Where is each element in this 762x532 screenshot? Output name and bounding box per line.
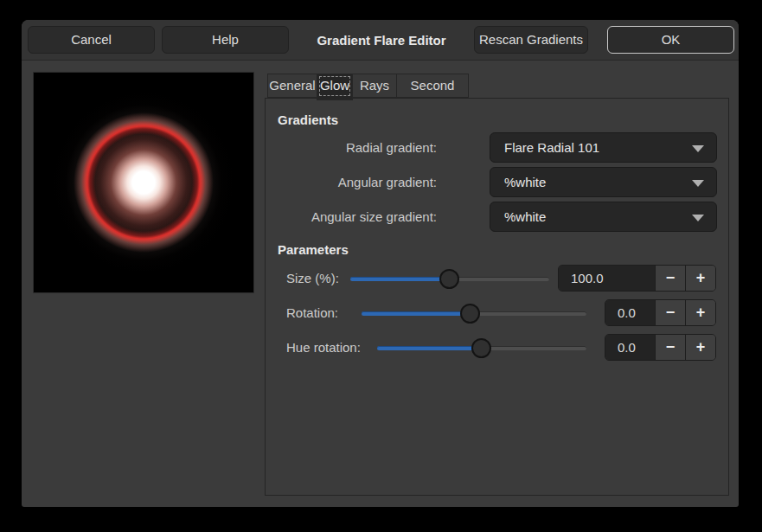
tab-general[interactable]: General: [267, 74, 317, 98]
ok-button[interactable]: OK: [607, 26, 734, 54]
size-spinbox: 100.0 − +: [558, 265, 716, 292]
dropdown-arrow-icon: [692, 215, 704, 221]
angular-size-gradient-label: Angular size gradient:: [278, 208, 437, 226]
rotation-spinbox: 0.0 − +: [605, 299, 716, 326]
cancel-button[interactable]: Cancel: [28, 26, 155, 54]
rotation-slider-thumb[interactable]: [460, 304, 480, 324]
radial-gradient-label: Radial gradient:: [278, 139, 437, 157]
parameters-section-title: Parameters: [278, 241, 349, 259]
hue-rotation-label: Hue rotation:: [286, 339, 361, 356]
angular-gradient-value: %white: [504, 175, 546, 189]
dialog-header-bar: Cancel Help Gradient Flare Editor Rescan…: [22, 20, 739, 61]
angular-gradient-label: Angular gradient:: [278, 174, 437, 191]
size-slider[interactable]: [350, 269, 549, 289]
rotation-slider[interactable]: [362, 304, 586, 324]
dialog-title: Gradient Flare Editor: [289, 20, 474, 61]
flare-image: [34, 73, 253, 292]
flare-preview-area: [33, 72, 254, 293]
tab-second-flares[interactable]: Second Flares: [396, 74, 469, 98]
tab-rays[interactable]: Rays: [352, 74, 397, 98]
radial-gradient-value: Flare Radial 101: [504, 140, 599, 155]
dropdown-arrow-icon: [692, 145, 704, 152]
rescan-gradients-button[interactable]: Rescan Gradients: [474, 26, 588, 54]
plus-icon[interactable]: +: [685, 300, 715, 325]
gradients-section-title: Gradients: [278, 112, 338, 129]
gradient-flare-editor-dialog: Cancel Help Gradient Flare Editor Rescan…: [22, 20, 739, 507]
plus-icon[interactable]: +: [685, 266, 715, 291]
hue-rotation-slider-fill: [377, 346, 481, 350]
minus-icon[interactable]: −: [655, 266, 685, 291]
hue-rotation-slider-thumb[interactable]: [471, 338, 491, 358]
size-slider-thumb[interactable]: [439, 269, 459, 289]
size-label: Size (%):: [286, 270, 339, 287]
dropdown-arrow-icon: [692, 180, 704, 187]
size-slider-fill: [350, 277, 449, 281]
plus-icon[interactable]: +: [685, 335, 715, 360]
help-button[interactable]: Help: [162, 26, 289, 54]
hue-rotation-value-input[interactable]: 0.0: [605, 335, 655, 360]
tab-bar: General Glow Rays Second Flares: [267, 74, 469, 98]
radial-gradient-dropdown[interactable]: Flare Radial 101: [490, 132, 717, 163]
hue-rotation-slider[interactable]: [377, 338, 586, 358]
minus-icon[interactable]: −: [655, 335, 685, 360]
minus-icon[interactable]: −: [655, 300, 685, 325]
angular-size-gradient-dropdown[interactable]: %white: [490, 202, 717, 232]
angular-size-gradient-value: %white: [504, 209, 546, 224]
tab-glow[interactable]: Glow: [317, 74, 353, 100]
hue-rotation-spinbox: 0.0 − +: [605, 334, 716, 361]
rotation-slider-fill: [362, 311, 470, 316]
angular-gradient-dropdown[interactable]: %white: [490, 167, 717, 197]
rotation-label: Rotation:: [286, 304, 338, 322]
size-value-input[interactable]: 100.0: [559, 266, 655, 291]
rotation-value-input[interactable]: 0.0: [605, 300, 655, 325]
